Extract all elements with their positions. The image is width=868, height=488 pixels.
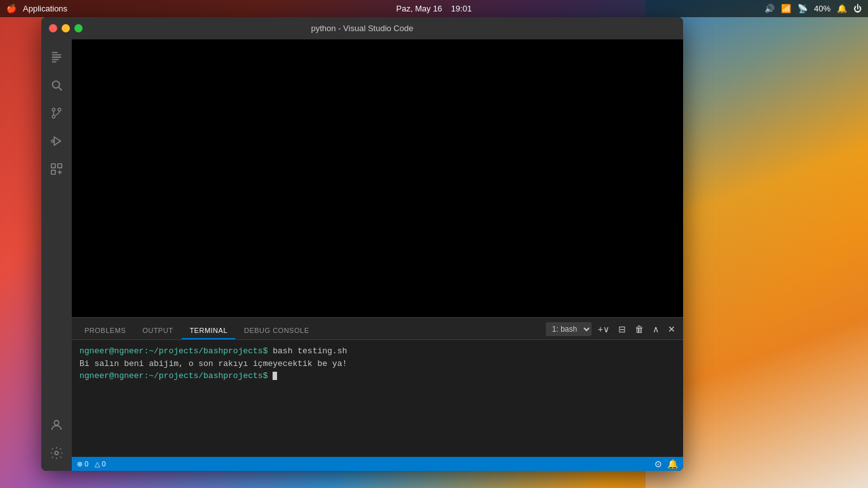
notification-icon: 🔔 xyxy=(837,4,847,13)
terminal-line-3: ngneer@ngneer:~/projects/bashprojects$ xyxy=(79,370,675,383)
close-panel-button[interactable]: ✕ xyxy=(665,323,678,336)
editor-main[interactable] xyxy=(72,39,683,317)
bluetooth-icon: 📡 xyxy=(797,4,808,13)
title-bar: python - Visual Studio Code xyxy=(41,17,683,39)
sidebar-item-extensions[interactable] xyxy=(44,156,69,182)
panel-tabs-container: PROBLEMS OUTPUT TERMINAL DEBUG CONSOLE 1… xyxy=(72,318,683,340)
tab-terminal[interactable]: TERMINAL xyxy=(182,323,235,339)
settings-button[interactable] xyxy=(44,440,69,466)
svg-point-11 xyxy=(51,140,54,142)
sidebar-item-explorer[interactable] xyxy=(44,44,69,70)
sidebar-item-search[interactable] xyxy=(44,72,69,98)
window-title: python - Visual Studio Code xyxy=(311,24,414,33)
system-bar-center: Paz, May 16 19:01 xyxy=(397,4,472,13)
kill-terminal-button[interactable]: 🗑 xyxy=(632,323,646,336)
power-icon: ⏻ xyxy=(853,4,862,13)
terminal-cursor xyxy=(273,372,277,380)
svg-point-9 xyxy=(52,115,55,118)
source-control-icon xyxy=(50,106,64,120)
vscode-window: python - Visual Studio Code xyxy=(41,17,683,471)
terminal-content[interactable]: ngneer@ngneer:~/projects/bashprojects$ b… xyxy=(72,340,683,457)
panel-toolbar: 1: bash +∨ ⊟ 🗑 ∧ ✕ xyxy=(546,318,678,340)
status-errors[interactable]: ⊗ 0 xyxy=(77,460,88,468)
maximize-panel-button[interactable]: ∧ xyxy=(650,323,661,336)
terminal-select[interactable]: 1: bash xyxy=(546,322,592,336)
account-button[interactable] xyxy=(44,412,69,438)
activity-bar xyxy=(41,39,72,471)
extensions-icon xyxy=(50,162,64,176)
time-display: 19:01 xyxy=(451,4,472,13)
status-bar-left: ⊗ 0 △ 0 xyxy=(77,460,105,468)
svg-point-5 xyxy=(53,81,60,88)
panel-tabs: PROBLEMS OUTPUT TERMINAL DEBUG CONSOLE 1… xyxy=(72,318,683,340)
bottom-panel: PROBLEMS OUTPUT TERMINAL DEBUG CONSOLE 1… xyxy=(72,317,683,457)
system-bar-right: 🔊 📶 📡 40% 🔔 ⏻ xyxy=(764,4,862,13)
terminal-cmd-1: bash testing.sh xyxy=(268,346,347,356)
system-bar-left: 🍎 Applications xyxy=(6,4,67,13)
svg-point-15 xyxy=(54,421,58,425)
svg-point-8 xyxy=(58,108,61,111)
terminal-cmd-2 xyxy=(268,371,273,381)
terminal-output-1: Bi salın beni abijim, o son rakıyı içmey… xyxy=(79,359,347,369)
svg-rect-3 xyxy=(52,59,59,60)
notification-bell-button[interactable]: 🔔 xyxy=(667,459,678,469)
svg-rect-13 xyxy=(58,164,62,168)
maximize-button[interactable] xyxy=(74,24,83,32)
apps-menu-icon: 🍎 xyxy=(6,4,17,13)
applications-label[interactable]: Applications xyxy=(23,4,67,13)
svg-rect-2 xyxy=(52,57,62,58)
terminal-prompt-1: ngneer@ngneer:~/projects/bashprojects$ xyxy=(79,346,268,356)
battery-level: 40% xyxy=(814,4,831,13)
status-bar: ⊗ 0 △ 0 ⊙ 🔔 xyxy=(72,457,683,471)
status-bar-right: ⊙ 🔔 xyxy=(654,459,678,469)
tab-problems[interactable]: PROBLEMS xyxy=(77,323,133,339)
status-warnings[interactable]: △ 0 xyxy=(95,460,105,468)
terminal-line-1: ngneer@ngneer:~/projects/bashprojects$ b… xyxy=(79,345,675,358)
terminal-line-2: Bi salın beni abijim, o son rakıyı içmey… xyxy=(79,358,675,370)
svg-point-7 xyxy=(52,108,55,111)
wifi-icon: 📶 xyxy=(781,4,791,13)
svg-rect-0 xyxy=(52,52,58,53)
split-terminal-button[interactable]: ⊟ xyxy=(616,323,628,336)
sidebar-item-run-debug[interactable] xyxy=(44,128,69,154)
remote-icon-button[interactable]: ⊙ xyxy=(654,459,662,469)
tab-debug-console[interactable]: DEBUG CONSOLE xyxy=(236,323,316,339)
svg-rect-14 xyxy=(51,170,55,174)
system-bar: 🍎 Applications Paz, May 16 19:01 🔊 📶 📡 4… xyxy=(0,0,868,17)
editor-area: PROBLEMS OUTPUT TERMINAL DEBUG CONSOLE 1… xyxy=(72,39,683,471)
volume-icon: 🔊 xyxy=(764,4,775,13)
close-button[interactable] xyxy=(49,24,57,32)
minimize-button[interactable] xyxy=(62,24,70,32)
account-icon xyxy=(50,418,64,432)
new-terminal-button[interactable]: +∨ xyxy=(595,323,612,336)
svg-point-16 xyxy=(55,451,58,455)
explorer-icon xyxy=(50,50,64,64)
settings-icon xyxy=(50,446,64,460)
tab-output[interactable]: OUTPUT xyxy=(135,323,180,339)
sidebar-item-source-control[interactable] xyxy=(44,100,69,126)
run-debug-icon xyxy=(50,134,64,148)
svg-rect-4 xyxy=(52,61,57,62)
activity-bar-bottom xyxy=(44,412,69,471)
svg-line-6 xyxy=(59,88,62,91)
date-display: Paz, May 16 xyxy=(397,4,442,13)
terminal-prompt-2: ngneer@ngneer:~/projects/bashprojects$ xyxy=(79,371,268,381)
svg-rect-12 xyxy=(51,164,55,168)
vscode-body: PROBLEMS OUTPUT TERMINAL DEBUG CONSOLE 1… xyxy=(41,39,683,471)
search-icon xyxy=(50,78,64,92)
window-controls xyxy=(49,24,83,32)
svg-rect-1 xyxy=(52,54,62,55)
svg-marker-10 xyxy=(54,137,60,146)
